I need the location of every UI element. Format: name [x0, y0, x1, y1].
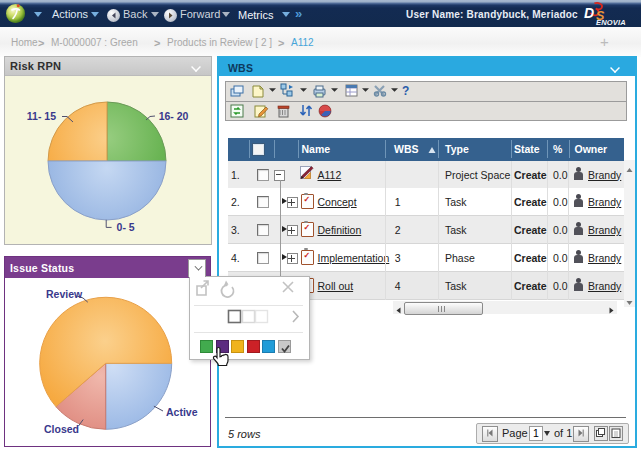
- svg-text:?: ?: [402, 84, 409, 98]
- svg-text:Closed: Closed: [44, 423, 79, 435]
- svg-text:ENOVIA: ENOVIA: [596, 18, 626, 26]
- svg-text:0- 5: 0- 5: [117, 221, 135, 233]
- svg-text:Active: Active: [166, 406, 198, 418]
- svg-text:D: D: [584, 5, 594, 21]
- svg-text:16- 20: 16- 20: [159, 110, 189, 122]
- svg-text:Review: Review: [46, 288, 83, 300]
- svg-text:11- 15: 11- 15: [27, 110, 56, 122]
